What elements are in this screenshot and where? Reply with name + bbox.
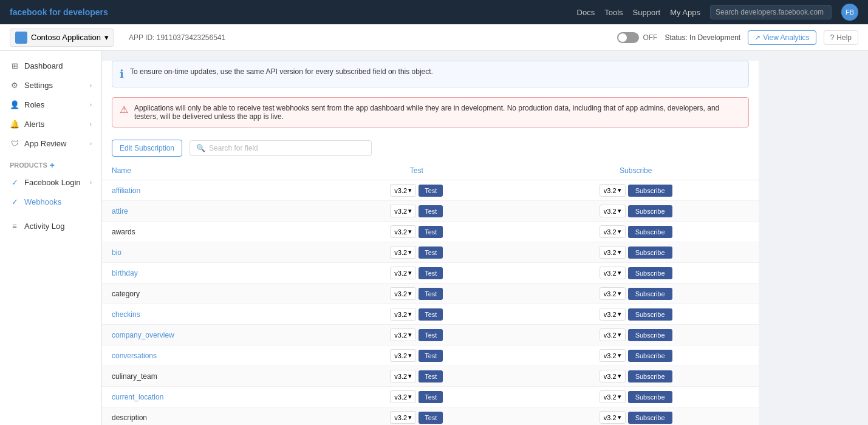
- sidebar-item-roles[interactable]: 👤 Roles ›: [0, 95, 101, 114]
- test-version-dropdown[interactable]: v3.2 ▾: [390, 184, 416, 197]
- test-version-dropdown[interactable]: v3.2 ▾: [390, 328, 416, 341]
- subscribe-button[interactable]: Subscribe: [628, 226, 672, 238]
- test-version-dropdown[interactable]: v3.2 ▾: [390, 287, 416, 300]
- avatar[interactable]: FB: [841, 4, 858, 21]
- sidebar-item-activity-log[interactable]: ≡ Activity Log: [0, 216, 101, 236]
- subscribe-group: v3.2 ▾ Subscribe: [522, 246, 749, 259]
- test-button[interactable]: Test: [419, 288, 443, 300]
- subscribe-version-dropdown[interactable]: v3.2 ▾: [600, 267, 626, 279]
- field-test-cell: v3.2 ▾ Test: [320, 304, 513, 325]
- test-version-dropdown[interactable]: v3.2 ▾: [390, 308, 416, 321]
- field-name-link[interactable]: bio: [112, 248, 121, 257]
- subscribe-version-dropdown[interactable]: v3.2 ▾: [600, 205, 626, 217]
- help-button[interactable]: ? Help: [824, 30, 858, 45]
- subscribe-version-dropdown[interactable]: v3.2 ▾: [600, 246, 626, 259]
- main-layout: ⊞ Dashboard ⚙ Settings › 👤 Roles › 🔔 Ale…: [0, 51, 868, 425]
- webhooks-icon: ✓: [10, 197, 19, 206]
- test-button[interactable]: Test: [419, 246, 443, 259]
- field-subscribe-cell: v3.2 ▾ Subscribe: [513, 222, 759, 242]
- field-name-cell: birthday: [102, 263, 320, 284]
- test-button[interactable]: Test: [419, 350, 443, 362]
- field-name-link[interactable]: birthday: [112, 269, 138, 277]
- test-button[interactable]: Test: [419, 370, 443, 382]
- test-button[interactable]: Test: [419, 185, 443, 197]
- search-icon: 🔍: [196, 144, 205, 152]
- field-name-link[interactable]: affiliation: [112, 186, 140, 195]
- sidebar-item-app-review[interactable]: 🛡 App Review ›: [0, 134, 101, 153]
- subscribe-version-dropdown[interactable]: v3.2 ▾: [600, 225, 626, 238]
- subscribe-version-dropdown[interactable]: v3.2 ▾: [600, 349, 626, 362]
- col-test: Test: [320, 162, 513, 180]
- subscribe-button[interactable]: Subscribe: [628, 350, 672, 362]
- subscribe-button[interactable]: Subscribe: [628, 329, 672, 341]
- test-version-dropdown[interactable]: v3.2 ▾: [390, 267, 416, 279]
- field-name-link[interactable]: attire: [112, 207, 128, 216]
- brand-logo: facebook for developers: [10, 7, 108, 17]
- field-name-cell: attire: [102, 201, 320, 222]
- test-version-dropdown[interactable]: v3.2 ▾: [390, 390, 416, 403]
- test-version-dropdown[interactable]: v3.2 ▾: [390, 205, 416, 217]
- subscribe-version-dropdown[interactable]: v3.2 ▾: [600, 287, 626, 300]
- test-button[interactable]: Test: [419, 267, 443, 279]
- global-search-input[interactable]: [710, 5, 832, 19]
- test-button[interactable]: Test: [419, 391, 443, 403]
- subscribe-version-dropdown[interactable]: v3.2 ▾: [600, 308, 626, 321]
- field-name-cell: culinary_team: [102, 366, 320, 387]
- subscribe-button[interactable]: Subscribe: [628, 412, 672, 424]
- test-version-dropdown[interactable]: v3.2 ▾: [390, 225, 416, 238]
- docs-link[interactable]: Docs: [577, 8, 595, 17]
- subscribe-version-dropdown[interactable]: v3.2 ▾: [600, 411, 626, 424]
- products-section-header: PRODUCTS +: [0, 153, 101, 172]
- dropdown-arrow-icon: ▾: [618, 393, 621, 401]
- test-button[interactable]: Test: [419, 412, 443, 424]
- field-subscribe-cell: v3.2 ▾ Subscribe: [513, 201, 759, 222]
- sidebar-item-webhooks[interactable]: ✓ Webhooks: [0, 192, 101, 211]
- support-link[interactable]: Support: [633, 8, 661, 17]
- chevron-right-icon: ›: [90, 179, 92, 186]
- dropdown-arrow-icon: ▾: [408, 248, 412, 256]
- sidebar-item-dashboard[interactable]: ⊞ Dashboard: [0, 56, 101, 75]
- sidebar-item-facebook-login[interactable]: ✓ Facebook Login ›: [0, 172, 101, 192]
- subscribe-button[interactable]: Subscribe: [628, 246, 672, 259]
- test-group: v3.2 ▾ Test: [330, 349, 503, 362]
- sidebar-label-app-review: App Review: [24, 139, 66, 148]
- subscribe-button[interactable]: Subscribe: [628, 267, 672, 279]
- dev-toggle[interactable]: [617, 32, 639, 43]
- sidebar-item-alerts[interactable]: 🔔 Alerts ›: [0, 114, 101, 134]
- test-version-dropdown[interactable]: v3.2 ▾: [390, 411, 416, 424]
- subscribe-version-dropdown[interactable]: v3.2 ▾: [600, 184, 626, 197]
- app-review-icon: 🛡: [10, 138, 19, 148]
- view-analytics-button[interactable]: ↗ View Analytics: [748, 30, 816, 45]
- test-button[interactable]: Test: [419, 329, 443, 341]
- edit-subscription-button[interactable]: Edit Subscription: [112, 140, 182, 157]
- field-name-link[interactable]: current_location: [112, 393, 163, 401]
- field-name-link[interactable]: company_overview: [112, 331, 174, 339]
- sidebar-item-settings[interactable]: ⚙ Settings ›: [0, 75, 101, 95]
- subscribe-button[interactable]: Subscribe: [628, 205, 672, 217]
- app-selector[interactable]: Contoso Application ▾: [10, 29, 114, 47]
- test-version-dropdown[interactable]: v3.2 ▾: [390, 349, 416, 362]
- table-row: company_overview v3.2 ▾ Test v3.2 ▾ Subs…: [102, 325, 759, 345]
- tools-link[interactable]: Tools: [604, 8, 623, 17]
- subscribe-version-dropdown[interactable]: v3.2 ▾: [600, 328, 626, 341]
- subscribe-version-dropdown[interactable]: v3.2 ▾: [600, 370, 626, 382]
- dropdown-arrow-icon: ▾: [408, 186, 412, 194]
- dropdown-arrow-icon: ▾: [618, 331, 621, 339]
- test-version-dropdown[interactable]: v3.2 ▾: [390, 246, 416, 259]
- subscribe-button[interactable]: Subscribe: [628, 391, 672, 403]
- field-name-link[interactable]: conversations: [112, 352, 157, 360]
- subscribe-button[interactable]: Subscribe: [628, 288, 672, 300]
- test-button[interactable]: Test: [419, 226, 443, 238]
- chevron-down-icon: ▾: [104, 33, 109, 42]
- test-button[interactable]: Test: [419, 308, 443, 321]
- field-search-box[interactable]: 🔍 Search for field: [190, 140, 372, 156]
- subscribe-version-dropdown[interactable]: v3.2 ▾: [600, 390, 626, 403]
- my-apps-link[interactable]: My Apps: [670, 8, 700, 17]
- subscribe-button[interactable]: Subscribe: [628, 185, 672, 197]
- subscribe-button[interactable]: Subscribe: [628, 308, 672, 321]
- test-version-dropdown[interactable]: v3.2 ▾: [390, 370, 416, 382]
- add-product-button[interactable]: +: [50, 160, 55, 170]
- test-button[interactable]: Test: [419, 205, 443, 217]
- subscribe-button[interactable]: Subscribe: [628, 370, 672, 382]
- field-name-link[interactable]: checkins: [112, 310, 140, 319]
